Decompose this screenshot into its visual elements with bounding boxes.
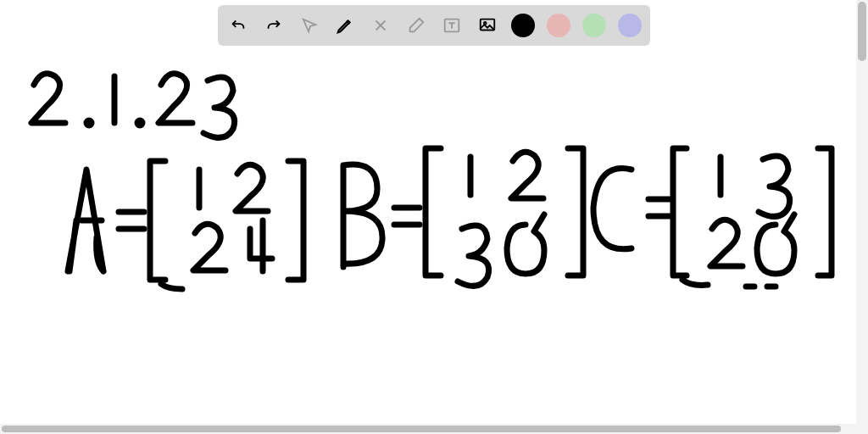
color-swatch-green[interactable] (582, 14, 606, 37)
tools-icon[interactable] (369, 14, 392, 37)
vertical-scrollbar[interactable] (856, 0, 868, 434)
horizontal-scrollbar[interactable] (0, 424, 856, 434)
text-problem-number (31, 74, 235, 138)
svg-point-3 (86, 120, 92, 125)
undo-icon[interactable] (226, 14, 250, 37)
text-B-equals (343, 164, 420, 267)
vertical-scrollbar-thumb[interactable] (858, 2, 866, 61)
pencil-icon[interactable] (333, 14, 357, 37)
horizontal-scrollbar-thumb[interactable] (2, 426, 841, 432)
color-swatch-purple[interactable] (618, 14, 642, 37)
text-A-equals (68, 170, 144, 271)
text-tool-icon[interactable] (440, 14, 464, 37)
toolbar (218, 5, 650, 46)
matrix-B (426, 148, 583, 286)
eraser-icon[interactable] (404, 14, 428, 37)
color-swatch-black[interactable] (511, 14, 535, 37)
svg-point-4 (137, 120, 142, 125)
matrix-A (150, 161, 303, 289)
whiteboard-canvas[interactable]: 2.1.23 A = B = C = (0, 0, 868, 434)
pointer-icon[interactable] (298, 14, 321, 37)
redo-icon[interactable] (262, 14, 286, 37)
text-C-equals (593, 168, 672, 248)
matrix-C (673, 148, 832, 287)
image-tool-icon[interactable] (476, 14, 499, 37)
color-swatch-red[interactable] (547, 14, 570, 37)
handwriting-layer (8, 51, 856, 424)
